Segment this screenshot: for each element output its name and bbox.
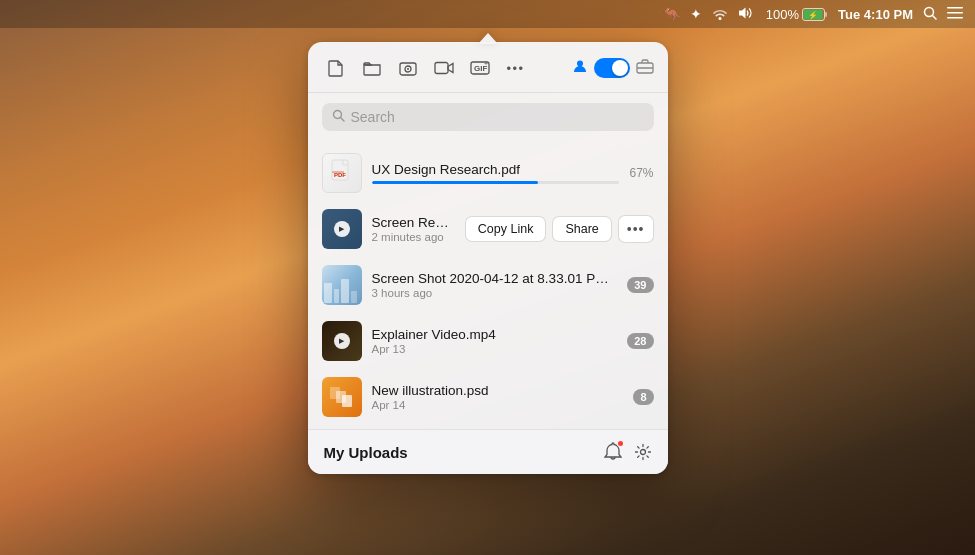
kangaroo-icon: 🦘 [663,6,680,22]
menubar: 🦘 ✦ 100% [0,0,975,28]
new-folder-button[interactable] [358,54,386,82]
footer-icons [604,442,652,462]
file-thumbnail-psd [322,377,362,417]
svg-point-16 [577,61,583,67]
battery-percent: 100% [766,7,799,22]
list-item[interactable]: PDF UX Design Research.pdf 67% [308,145,668,201]
popup-panel: GIF + ••• [308,42,668,474]
svg-text:+: + [484,61,488,67]
view-count-badge: 8 [633,389,653,405]
profile-icon [572,58,588,78]
menubar-menu-icon[interactable] [947,6,963,22]
file-thumbnail-screenshot [322,265,362,305]
list-item[interactable]: ▶ Screen Record... 2 minutes ago Copy Li… [308,201,668,257]
screenshot-button[interactable] [394,54,422,82]
wifi-icon [712,6,728,23]
file-info: Screen Record... 2 minutes ago [372,215,455,243]
settings-button[interactable] [634,443,652,461]
battery-indicator: 100% ⚡ [766,7,828,22]
screen-record-button[interactable] [430,54,458,82]
menubar-time: Tue 4:10 PM [838,7,913,22]
file-name: Screen Record... [372,215,455,230]
more-tools-button[interactable]: ••• [502,54,530,82]
file-percent: 67% [629,166,653,180]
file-info: Screen Shot 2020-04-12 at 8.33.01 PM... … [372,271,618,299]
file-meta: 2 minutes ago [372,231,455,243]
view-count-badge: 39 [627,277,653,293]
svg-point-11 [407,68,409,70]
svg-point-27 [640,450,645,455]
file-info: Explainer Video.mp4 Apr 13 [372,327,618,355]
notification-dot [617,440,624,447]
svg-rect-7 [947,12,963,14]
list-item[interactable]: ▶ Explainer Video.mp4 Apr 13 28 [308,313,668,369]
notifications-button[interactable] [604,442,622,462]
svg-rect-23 [332,171,344,173]
action-buttons: Copy Link Share ••• [465,215,654,243]
view-count-badge: 28 [627,333,653,349]
menubar-search-icon[interactable] [923,6,937,23]
file-info: UX Design Research.pdf [372,162,620,184]
file-meta: 3 hours ago [372,287,618,299]
file-info: New illustration.psd Apr 14 [372,383,624,411]
file-name: Explainer Video.mp4 [372,327,618,342]
svg-rect-6 [947,7,963,9]
svg-rect-8 [947,17,963,19]
svg-line-20 [340,118,344,122]
footer-title: My Uploads [324,444,604,461]
more-actions-button[interactable]: ••• [618,215,654,243]
upload-progress-bar [372,181,620,184]
search-icon [332,109,345,125]
file-name: Screen Shot 2020-04-12 at 8.33.01 PM... [372,271,618,286]
copy-link-button[interactable]: Copy Link [465,216,547,242]
file-thumbnail-screenrecord: ▶ [322,209,362,249]
play-icon: ▶ [334,221,350,237]
popup-caret [478,33,498,44]
new-file-button[interactable] [322,54,350,82]
gif-button[interactable]: GIF + [466,54,494,82]
svg-rect-1 [825,12,827,17]
bluetooth-icon: ✦ [690,6,702,22]
share-button[interactable]: Share [552,216,611,242]
file-meta: Apr 13 [372,343,618,355]
file-name: New illustration.psd [372,383,624,398]
file-meta: Apr 14 [372,399,624,411]
play-icon: ▶ [334,333,350,349]
toolbar: GIF + ••• [308,42,668,93]
briefcase-icon [636,58,654,78]
svg-rect-12 [435,62,448,73]
desktop: 🦘 ✦ 100% [0,0,975,555]
list-item[interactable]: Screen Shot 2020-04-12 at 8.33.01 PM... … [308,257,668,313]
upload-toggle[interactable] [594,58,630,78]
volume-icon [738,6,756,23]
file-name: UX Design Research.pdf [372,162,620,177]
svg-rect-26 [342,395,352,407]
search-input[interactable] [351,109,644,125]
footer: My Uploads [308,429,668,474]
list-item[interactable]: New illustration.psd Apr 14 8 [308,369,668,425]
svg-line-5 [933,15,937,19]
file-thumbnail-pdf: PDF [322,153,362,193]
file-list: PDF UX Design Research.pdf 67% ▶ [308,141,668,429]
search-bar[interactable] [322,103,654,131]
file-thumbnail-video: ▶ [322,321,362,361]
svg-text:⚡: ⚡ [808,10,818,20]
